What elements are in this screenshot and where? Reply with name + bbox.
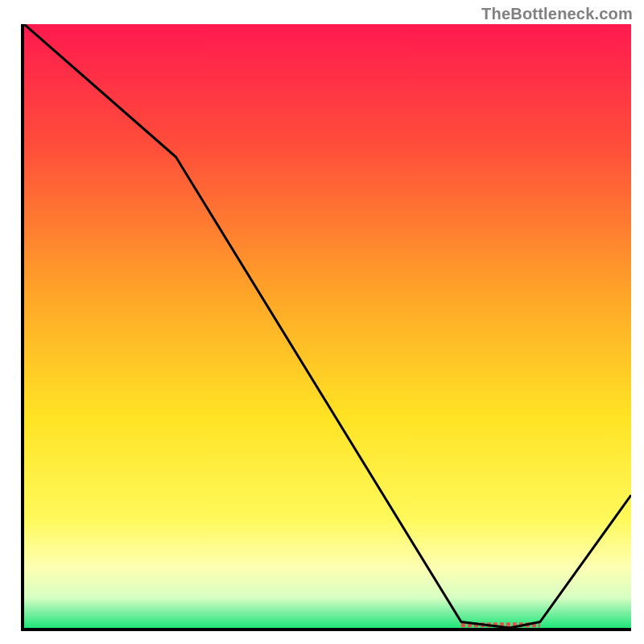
bottleneck-chart <box>21 24 631 631</box>
chart-svg <box>21 24 631 631</box>
chart-background <box>24 24 631 628</box>
attribution-label: TheBottleneck.com <box>481 5 633 23</box>
